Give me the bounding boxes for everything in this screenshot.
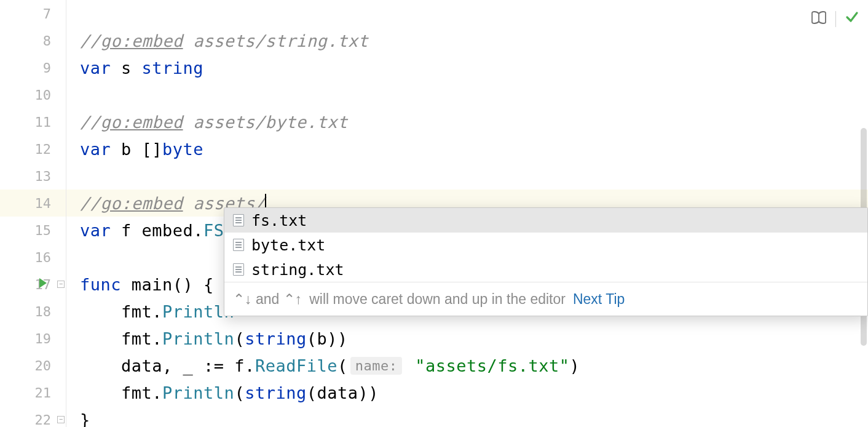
gutter-line: 17− bbox=[0, 271, 66, 298]
code-line[interactable] bbox=[66, 81, 868, 108]
editor-toolbar bbox=[811, 10, 859, 28]
fold-icon[interactable]: − bbox=[57, 416, 65, 423]
code-line[interactable] bbox=[66, 162, 868, 190]
fold-icon[interactable]: − bbox=[57, 281, 65, 288]
gutter-line: 16 bbox=[0, 244, 66, 271]
gutter: 7891011121314151617−1819202122− bbox=[0, 0, 66, 427]
gutter-line: 12 bbox=[0, 135, 66, 162]
gutter-line: 21 bbox=[0, 379, 66, 406]
gutter-line: 14 bbox=[0, 190, 66, 217]
completion-item[interactable]: fs.txt bbox=[224, 208, 867, 233]
file-icon bbox=[233, 239, 244, 251]
parameter-hint: name: bbox=[350, 357, 403, 375]
reader-mode-icon[interactable] bbox=[811, 10, 827, 28]
completion-item-label: fs.txt bbox=[251, 212, 307, 229]
completion-footer: ⌃↓ and ⌃↑ will move caret down and up in… bbox=[224, 282, 867, 316]
next-tip-link[interactable]: Next Tip bbox=[573, 291, 625, 308]
file-icon bbox=[233, 214, 244, 226]
hint-text: will move caret down and up in the edito… bbox=[309, 291, 566, 308]
completion-item[interactable]: byte.txt bbox=[224, 233, 867, 257]
code-line[interactable]: //go:embed assets/byte.txt bbox=[66, 108, 868, 135]
gutter-line: 10 bbox=[0, 81, 66, 108]
gutter-line: 11 bbox=[0, 108, 66, 135]
code-line[interactable] bbox=[66, 0, 868, 27]
code-line[interactable]: //go:embed assets/string.txt bbox=[66, 27, 868, 54]
code-line[interactable]: var b []byte bbox=[66, 135, 868, 162]
code-line[interactable]: } bbox=[66, 406, 868, 427]
gutter-line: 8 bbox=[0, 27, 66, 54]
gutter-line: 18 bbox=[0, 298, 66, 325]
toolbar-separator bbox=[835, 11, 836, 27]
code-line[interactable]: data, _ := f.ReadFile(name: "assets/fs.t… bbox=[66, 352, 868, 379]
run-gutter-icon[interactable] bbox=[38, 277, 48, 292]
gutter-line: 20 bbox=[0, 352, 66, 379]
inspection-ok-icon[interactable] bbox=[845, 10, 859, 28]
gutter-line: 7 bbox=[0, 0, 66, 27]
hint-keys: ⌃↓ and ⌃↑ bbox=[233, 291, 302, 308]
gutter-line: 19 bbox=[0, 325, 66, 352]
gutter-line: 22− bbox=[0, 406, 66, 427]
code-line[interactable]: fmt.Println(string(data)) bbox=[66, 379, 868, 406]
code-line[interactable]: fmt.Println(string(b)) bbox=[66, 325, 868, 352]
gutter-line: 9 bbox=[0, 54, 66, 81]
gutter-line: 15 bbox=[0, 217, 66, 244]
code-line[interactable]: var s string bbox=[66, 54, 868, 81]
completion-item[interactable]: string.txt bbox=[224, 257, 867, 282]
completion-item-label: byte.txt bbox=[251, 236, 325, 254]
completion-popup[interactable]: fs.txtbyte.txtstring.txt ⌃↓ and ⌃↑ will … bbox=[224, 207, 868, 316]
file-icon bbox=[233, 263, 244, 276]
completion-item-label: string.txt bbox=[251, 261, 344, 279]
gutter-line: 13 bbox=[0, 162, 66, 190]
